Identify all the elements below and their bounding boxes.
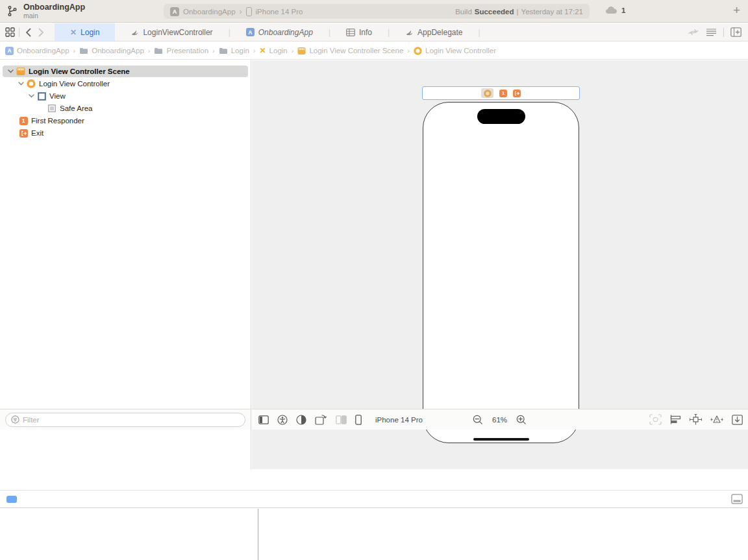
xib-icon: ✕ <box>260 46 266 55</box>
debug-area <box>0 507 748 560</box>
xib-icon: ✕ <box>70 28 77 37</box>
outline-row-view[interactable]: View <box>3 90 248 102</box>
jumpbar-label: Presentation <box>166 47 208 55</box>
chevron-down-icon[interactable] <box>17 82 25 86</box>
add-button[interactable]: + <box>733 3 740 18</box>
outline-row-first-responder[interactable]: 1 First Responder <box>3 115 248 127</box>
dock-view-controller-icon[interactable] <box>481 88 493 98</box>
folder-icon <box>79 47 88 55</box>
issue-count: 1 <box>621 6 625 14</box>
jumpbar-item-scene[interactable]: Login View Controller Scene <box>297 47 403 55</box>
swift-icon <box>131 28 139 36</box>
jumpbar-label: Login View Controller <box>425 47 496 55</box>
tab-loginviewcontroller[interactable]: LoginViewController <box>115 23 228 41</box>
app-scheme-icon: A <box>170 7 179 16</box>
zoom-level[interactable]: 61% <box>492 416 507 424</box>
tab-label: AppDelegate <box>418 28 462 37</box>
chevron-right-icon: › <box>148 47 151 55</box>
activity-view[interactable]: A OnboardingApp › iPhone 14 Pro Build Su… <box>164 4 590 19</box>
add-constraints-icon[interactable] <box>690 414 702 425</box>
debug-bar <box>0 490 748 507</box>
jumpbar-label: Login <box>269 47 288 55</box>
tab-appdelegate[interactable]: AppDelegate <box>390 23 478 41</box>
outline-row-scene[interactable]: Login View Controller Scene <box>3 66 248 77</box>
go-forward-icon[interactable] <box>36 27 45 38</box>
tab-login[interactable]: ✕ Login <box>55 23 115 41</box>
align-icon[interactable] <box>670 415 681 424</box>
zoom-in-icon[interactable] <box>516 415 527 425</box>
jumpbar-item-project[interactable]: A OnboardingApp <box>5 47 69 55</box>
build-word: Build <box>455 8 472 16</box>
go-back-icon[interactable] <box>23 27 32 38</box>
tab-label: OnboardingApp <box>258 28 313 37</box>
scene-icon <box>16 67 25 76</box>
outline-label: First Responder <box>31 117 84 125</box>
jumpbar-item-group[interactable]: Presentation <box>154 47 208 55</box>
dock-exit-icon[interactable] <box>513 90 521 97</box>
chevron-down-icon[interactable] <box>27 94 35 98</box>
divider <box>19 28 19 37</box>
outline-label: Login View Controller Scene <box>29 67 130 75</box>
build-status: Build Succeeded | Yesterday at 17:21 <box>455 8 583 16</box>
update-frames-icon[interactable] <box>649 414 662 425</box>
view-icon <box>37 91 46 101</box>
inspectors-toggle-icon[interactable] <box>258 415 269 424</box>
view-controller-icon <box>414 47 422 55</box>
jumpbar-item-group[interactable]: OnboardingApp <box>79 47 144 55</box>
tab-label: Login <box>81 28 99 37</box>
cloud-icon <box>605 6 618 14</box>
resolve-autolayout-icon[interactable] <box>710 415 723 424</box>
code-review-icon[interactable] <box>688 28 699 36</box>
tab-label: Info <box>359 28 372 37</box>
document-outline: Login View Controller Scene Login View C… <box>0 60 251 469</box>
filter-input[interactable] <box>23 416 240 424</box>
add-editor-icon[interactable] <box>730 27 742 37</box>
outline-row-exit[interactable]: Exit <box>3 127 248 139</box>
outline-label: Exit <box>31 129 44 137</box>
scheme-selector[interactable]: A OnboardingApp › iPhone 14 Pro <box>170 7 303 16</box>
accessibility-icon[interactable] <box>277 415 288 425</box>
orientation-icon[interactable] <box>315 415 327 425</box>
embed-in-icon[interactable] <box>732 415 743 425</box>
first-responder-icon: 1 <box>19 116 28 125</box>
jumpbar-item-xib[interactable]: ✕ Login <box>260 46 288 55</box>
plist-table-icon <box>346 29 355 36</box>
appearance-toggle-icon[interactable] <box>296 415 306 425</box>
scheme-name: OnboardingApp <box>183 8 236 16</box>
jumpbar-item-viewcontroller[interactable]: Login View Controller <box>414 47 496 55</box>
jumpbar-item-group[interactable]: Login <box>219 47 249 55</box>
filter-field[interactable] <box>5 413 245 427</box>
outline-row-safe-area[interactable]: Safe Area <box>3 103 248 114</box>
tab-label: LoginViewController <box>143 28 212 37</box>
chevron-right-icon: › <box>73 47 76 55</box>
canvas-device-name[interactable]: iPhone 14 Pro <box>375 416 423 424</box>
jumpbar-label: Login View Controller Scene <box>309 47 403 55</box>
iphone-14-pro-canvas-view[interactable] <box>423 102 579 443</box>
tab-info[interactable]: Info <box>330 23 388 41</box>
chevron-down-icon[interactable] <box>6 69 14 73</box>
device-selector-icon[interactable] <box>355 415 362 425</box>
issues-indicator[interactable]: 1 <box>605 6 625 14</box>
app-icon: A <box>5 47 14 55</box>
debug-area-splitter[interactable] <box>258 509 258 560</box>
dock-first-responder-icon[interactable]: 1 <box>499 90 507 97</box>
main-toolbar: OnboardingApp main A OnboardingApp › iPh… <box>0 0 748 23</box>
chevron-right-icon: › <box>253 47 256 55</box>
scene-icon <box>297 47 306 55</box>
source-control-branch-icon <box>5 3 18 19</box>
outline-row-view-controller[interactable]: Login View Controller <box>3 78 248 90</box>
zoom-out-icon[interactable] <box>473 415 483 425</box>
breakpoints-toggle-icon[interactable] <box>6 496 17 503</box>
interface-builder-canvas[interactable]: 1 <box>252 60 748 469</box>
home-indicator <box>473 438 529 441</box>
exit-icon <box>19 128 28 138</box>
hide-debug-area-icon[interactable] <box>731 494 743 504</box>
run-destination: iPhone 14 Pro <box>256 8 303 16</box>
editor-options-icon[interactable] <box>706 28 717 36</box>
project-title: OnboardingApp <box>23 3 85 12</box>
app-icon: A <box>246 28 255 36</box>
tab-onboardingapp[interactable]: A OnboardingApp <box>231 23 329 41</box>
split-view-icon[interactable] <box>336 415 347 424</box>
tab-overview-icon[interactable] <box>5 27 15 37</box>
branch-name: main <box>23 12 85 19</box>
